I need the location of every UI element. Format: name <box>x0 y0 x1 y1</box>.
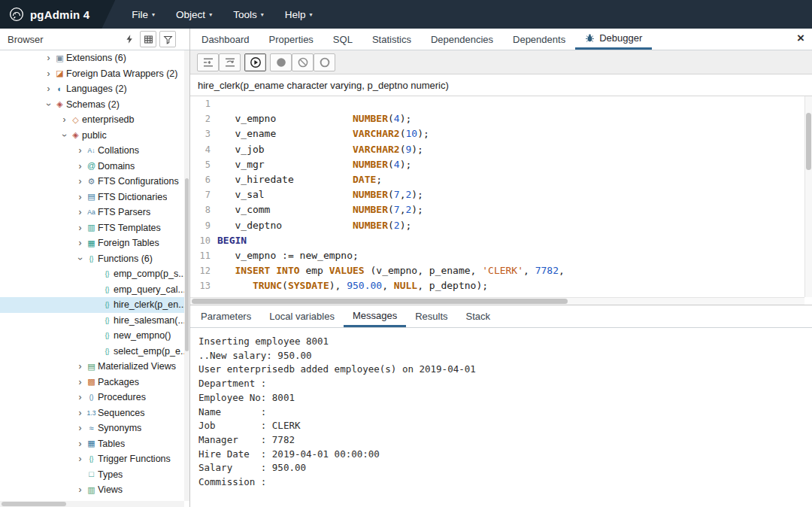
filter-icon[interactable] <box>159 31 176 47</box>
tree-item-new-empno[interactable]: {}new_empno() <box>0 328 184 344</box>
chevron-right-icon[interactable]: › <box>75 208 85 217</box>
tree-item-label: FTS Configurations <box>98 176 179 187</box>
tree-item-label: Collations <box>98 145 139 156</box>
code-editor[interactable]: 12 v_empno NUMBER(4);3 v_ename VARCHAR2(… <box>190 96 804 297</box>
chevron-right-icon[interactable]: › <box>75 146 85 155</box>
editor-horizontal-scroll-thumb[interactable] <box>192 299 568 304</box>
tree-item-foreign-data-wrappers-2[interactable]: ›◪Foreign Data Wrappers (2) <box>0 66 184 82</box>
line-number: 8 <box>190 202 217 217</box>
chevron-right-icon[interactable]: › <box>75 454 85 463</box>
tree-item-views[interactable]: ›▥Views <box>0 482 184 498</box>
toggle-breakpoint-button[interactable] <box>314 53 335 71</box>
tree-item-extensions-6[interactable]: ›▣Extensions (6) <box>0 50 184 66</box>
output-tab-messages[interactable]: Messages <box>344 305 406 327</box>
line-number: 12 <box>190 263 217 278</box>
chevron-down-icon[interactable]: › <box>76 254 85 263</box>
tab-dependencies[interactable]: Dependencies <box>421 29 503 50</box>
tree-item-label: Foreign Data Wrappers (2) <box>66 68 177 79</box>
tab-statistics[interactable]: Statistics <box>362 29 421 50</box>
continue-button[interactable] <box>244 53 266 71</box>
output-tab-local-variables[interactable]: Local variables <box>260 305 344 327</box>
tree-item-select-emp-p-e[interactable]: {}select_emp(p_e... <box>0 344 184 360</box>
step-over-button[interactable] <box>219 53 241 71</box>
clear-breakpoints-button[interactable] <box>292 53 314 71</box>
code-text: v_comm NUMBER(7,2); <box>217 202 423 217</box>
menu-object[interactable]: Object▾ <box>176 9 212 20</box>
chevron-right-icon[interactable]: › <box>75 378 85 387</box>
tree-item-packages[interactable]: ›▩Packages <box>0 375 184 390</box>
chevron-right-icon[interactable]: › <box>75 362 85 371</box>
chevron-down-icon[interactable]: › <box>60 130 69 140</box>
code-line: 8 v_comm NUMBER(7,2); <box>190 202 804 217</box>
tree-item-fts-templates[interactable]: ›▥FTS Templates <box>0 220 184 236</box>
tree-item-label: FTS Dictionaries <box>98 192 167 202</box>
tree-item-trigger-functions[interactable]: ›{}Trigger Functions <box>0 451 184 467</box>
synonyms-icon: ≈ <box>85 424 98 433</box>
line-number: 4 <box>190 142 217 157</box>
chevron-down-icon[interactable]: › <box>44 99 53 109</box>
query-tool-icon[interactable] <box>122 31 137 47</box>
tree-horizontal-scroll-thumb[interactable] <box>2 502 66 506</box>
chevron-right-icon[interactable]: › <box>44 53 53 62</box>
chevron-right-icon[interactable]: › <box>75 162 85 171</box>
tree-item-types[interactable]: □Types <box>0 467 184 483</box>
editor-vertical-scroll-thumb[interactable] <box>806 113 811 170</box>
tree-item-enterprisedb[interactable]: ›◇enterprisedb <box>0 112 184 128</box>
menu-help[interactable]: Help▾ <box>285 9 313 20</box>
code-text: v_mgr NUMBER(4); <box>217 157 411 172</box>
tab-properties[interactable]: Properties <box>259 29 323 50</box>
tree-item-emp-comp-p-s[interactable]: {}emp_comp(p_s... <box>0 266 184 282</box>
stop-button[interactable] <box>270 53 292 71</box>
output-tab-label: Parameters <box>201 311 251 322</box>
tree-item-sequences[interactable]: ›1.3Sequences <box>0 405 184 421</box>
chevron-right-icon[interactable]: › <box>75 393 85 402</box>
tab-dependents[interactable]: Dependents <box>503 29 575 50</box>
menu-tools[interactable]: Tools▾ <box>233 9 264 20</box>
menu-file[interactable]: File▾ <box>132 9 155 20</box>
tree-item-emp-query-cal[interactable]: {}emp_query_cal... <box>0 282 184 298</box>
tree-item-collations[interactable]: ›A↓Collations <box>0 143 184 159</box>
tab-dashboard[interactable]: Dashboard <box>192 29 259 50</box>
view-data-icon[interactable] <box>140 31 156 47</box>
close-icon[interactable]: × <box>797 29 804 48</box>
tab-sql[interactable]: SQL <box>323 29 362 50</box>
chevron-right-icon[interactable]: › <box>75 177 85 186</box>
tree-item-functions-6[interactable]: ›{}Functions (6) <box>0 251 184 267</box>
materialized-views-icon: ▤ <box>85 363 98 371</box>
tree-item-hire-clerk-p-en[interactable]: {}hire_clerk(p_en... <box>0 297 184 313</box>
chevron-right-icon[interactable]: › <box>75 424 85 433</box>
chevron-right-icon[interactable]: › <box>75 223 85 232</box>
chevron-down-icon: ▾ <box>209 11 212 18</box>
chevron-right-icon[interactable]: › <box>75 193 85 202</box>
tree-item-procedures[interactable]: ›()Procedures <box>0 390 184 405</box>
tree-item-tables[interactable]: ›▦Tables <box>0 436 184 452</box>
tree-vertical-scroll-thumb[interactable] <box>185 178 189 351</box>
tree-item-fts-configurations[interactable]: ›⚙FTS Configurations <box>0 174 184 190</box>
chevron-right-icon[interactable]: › <box>75 485 85 494</box>
tree-item-synonyms[interactable]: ›≈Synonyms <box>0 420 184 436</box>
code-line: 1 <box>190 96 804 111</box>
chevron-right-icon[interactable]: › <box>75 408 85 417</box>
tree-item-hire-salesman[interactable]: {}hire_salesman(... <box>0 313 184 329</box>
tab-debugger[interactable]: Debugger <box>575 29 652 50</box>
debugger-output-panel: ParametersLocal variablesMessagesResults… <box>190 305 812 507</box>
bug-icon <box>585 33 595 43</box>
output-tab-parameters[interactable]: Parameters <box>192 305 260 327</box>
chevron-right-icon[interactable]: › <box>75 439 85 448</box>
output-tab-stack[interactable]: Stack <box>457 305 500 327</box>
foreign-tables-icon: ▦ <box>85 239 98 247</box>
tree-item-languages-2[interactable]: ›◐Languages (2) <box>0 81 184 97</box>
tree-item-fts-parsers[interactable]: ›AaFTS Parsers <box>0 205 184 220</box>
output-tab-results[interactable]: Results <box>406 305 456 327</box>
tree-item-fts-dictionaries[interactable]: ›▤FTS Dictionaries <box>0 190 184 205</box>
chevron-right-icon[interactable]: › <box>44 84 53 93</box>
chevron-right-icon[interactable]: › <box>59 115 69 124</box>
chevron-right-icon[interactable]: › <box>44 69 53 78</box>
step-into-button[interactable] <box>197 53 219 71</box>
tree-item-domains[interactable]: ›@Domains <box>0 159 184 175</box>
tree-item-foreign-tables[interactable]: ›▦Foreign Tables <box>0 235 184 251</box>
tree-item-materialized-views[interactable]: ›▤Materialized Views <box>0 359 184 375</box>
chevron-right-icon[interactable]: › <box>75 238 85 247</box>
tree-item-public[interactable]: ›◈public <box>0 128 184 144</box>
tree-item-schemas-2[interactable]: ›◈Schemas (2) <box>0 97 184 113</box>
